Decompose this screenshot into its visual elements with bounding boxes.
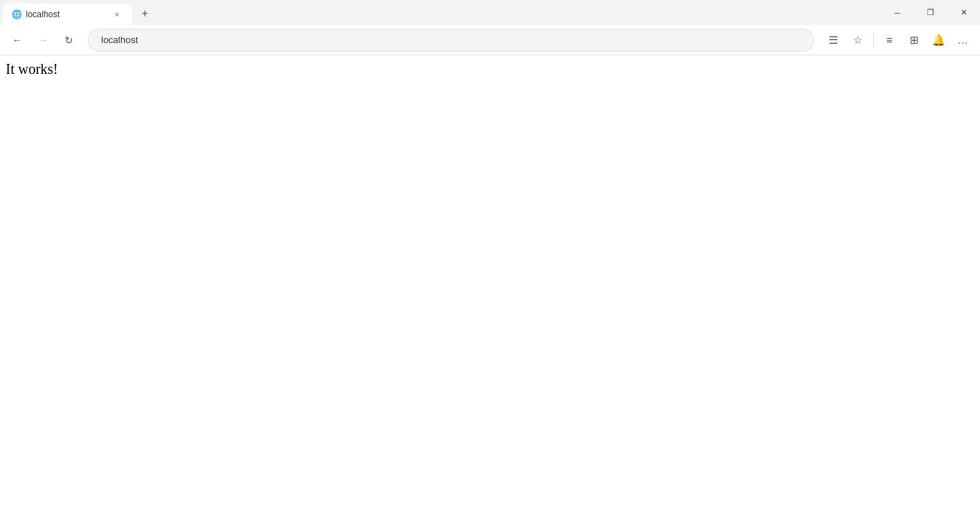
reading-view-button[interactable]: ☰ — [821, 29, 844, 52]
address-bar[interactable] — [88, 29, 814, 52]
page-content: It works! — [0, 55, 980, 524]
title-bar: 🌐 localhost × + ─ ❐ ✕ — [0, 0, 980, 25]
tab-favicon: 🌐 — [11, 9, 22, 19]
toolbar-divider — [873, 33, 874, 47]
browser-tab[interactable]: 🌐 localhost × — [3, 4, 132, 25]
more-button[interactable]: … — [951, 29, 974, 52]
web-select-button[interactable]: ⊞ — [903, 29, 925, 52]
maximize-button[interactable]: ❐ — [914, 0, 947, 25]
page-text: It works! — [6, 61, 974, 78]
tab-strip: 🌐 localhost × + — [0, 0, 881, 25]
nav-bar: ← → ↻ ☰ ☆ ≡ ⊞ 🔔 … — [0, 25, 980, 55]
tab-close-button[interactable]: × — [110, 8, 123, 21]
forward-button[interactable]: → — [32, 29, 55, 52]
toolbar-actions: ☰ ☆ ≡ ⊞ 🔔 … — [821, 29, 974, 52]
close-button[interactable]: ✕ — [947, 0, 980, 25]
minimize-button[interactable]: ─ — [881, 0, 914, 25]
reload-button[interactable]: ↻ — [57, 29, 80, 52]
favorites-button[interactable]: ☆ — [846, 29, 869, 52]
tab-title: localhost — [26, 9, 106, 19]
back-button[interactable]: ← — [6, 29, 29, 52]
new-tab-button[interactable]: + — [135, 4, 155, 24]
address-input[interactable] — [101, 34, 805, 45]
window-controls: ─ ❐ ✕ — [881, 0, 980, 25]
hub-button[interactable]: ≡ — [878, 29, 901, 52]
browser-essentials-button[interactable]: 🔔 — [927, 29, 950, 52]
